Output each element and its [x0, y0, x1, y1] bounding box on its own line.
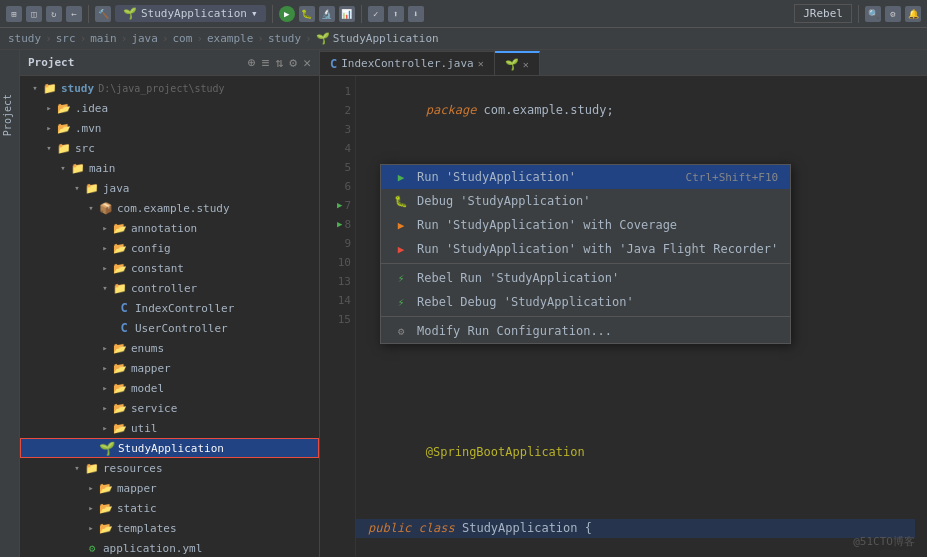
tree-item-static[interactable]: ▸ 📂 static [20, 498, 319, 518]
ctx-item-rebel-run[interactable]: ⚡ Rebel Run 'StudyApplication' [381, 266, 790, 290]
ctx-item-debug[interactable]: 🐛 Debug 'StudyApplication' [381, 189, 790, 213]
tab-close-studyapp[interactable]: ✕ [523, 59, 529, 70]
tree-item-templates[interactable]: ▸ 📂 templates [20, 518, 319, 538]
rebel-debug-icon-ctx: ⚡ [393, 296, 409, 309]
tree-item-resources[interactable]: ▾ 📁 resources [20, 458, 319, 478]
toolbar-debug-btn[interactable]: 🐛 [299, 6, 315, 22]
toolbar-run-green[interactable]: ▶ [279, 6, 295, 22]
watermark: @51CTO博客 [853, 534, 915, 549]
tree-item-service[interactable]: ▸ 📂 service [20, 398, 319, 418]
label-enums: enums [131, 342, 164, 355]
tree-item-study-application[interactable]: 🌱 StudyApplication [20, 438, 319, 458]
bc-studyapp[interactable]: 🌱StudyApplication [316, 32, 439, 45]
bc-src[interactable]: src [56, 32, 76, 45]
tree-item-config[interactable]: ▸ 📂 config [20, 238, 319, 258]
toolbar-icon-back[interactable]: ← [66, 6, 82, 22]
toolbar-sep-1 [88, 5, 89, 23]
arrow-main: ▾ [56, 161, 70, 175]
spring-icon-studyapp: 🌱 [99, 441, 115, 455]
editor-tabs: C IndexController.java ✕ 🌱 ✕ [320, 50, 927, 76]
toolbar-icon-build[interactable]: 🔨 [95, 6, 111, 22]
bc-com[interactable]: com [173, 32, 193, 45]
toolbar-icon-pull[interactable]: ⬇ [408, 6, 424, 22]
tree-item-mvn[interactable]: ▸ 📂 .mvn [20, 118, 319, 138]
ctx-item-rebel-debug[interactable]: ⚡ Rebel Debug 'StudyApplication' [381, 290, 790, 314]
tree-item-constant[interactable]: ▸ 📂 constant [20, 258, 319, 278]
bc-example[interactable]: example [207, 32, 253, 45]
toolbar-icon-commit[interactable]: ✓ [368, 6, 384, 22]
folder-icon-annotation: 📂 [112, 221, 128, 235]
tree-item-com-example-study[interactable]: ▾ 📦 com.example.study [20, 198, 319, 218]
ctx-run-shortcut: Ctrl+Shift+F10 [686, 171, 779, 184]
ctx-item-run[interactable]: ▶ Run 'StudyApplication' Ctrl+Shift+F10 [381, 165, 790, 189]
tree-item-enums[interactable]: ▸ 📂 enums [20, 338, 319, 358]
folder-icon-service: 📂 [112, 401, 128, 415]
tab-java-icon: C [330, 57, 337, 71]
tree-item-util[interactable]: ▸ 📂 util [20, 418, 319, 438]
tree-item-main[interactable]: ▾ 📁 main [20, 158, 319, 178]
project-tree: ▾ 📁 study D:\java_project\study ▸ 📂 .ide… [20, 76, 319, 557]
spring-icon-toolbar: 🌱 [123, 7, 137, 20]
tab-close-index[interactable]: ✕ [478, 58, 484, 69]
toolbar-icon-push[interactable]: ⬆ [388, 6, 404, 22]
toolbar-profile-btn[interactable]: 📊 [339, 6, 355, 22]
toolbar-coverage-btn[interactable]: 🔬 [319, 6, 335, 22]
tree-item-application-yml[interactable]: ⚙ application.yml [20, 538, 319, 557]
bc-main[interactable]: main [90, 32, 117, 45]
panel-icon-close[interactable]: ✕ [303, 55, 311, 70]
ctx-item-modify-config[interactable]: ⚙ Modify Run Configuration... [381, 319, 790, 343]
tree-item-annotation[interactable]: ▸ 📂 annotation [20, 218, 319, 238]
label-mapper-res: mapper [117, 482, 157, 495]
label-templates: templates [117, 522, 177, 535]
label-main: main [89, 162, 116, 175]
tree-item-controller[interactable]: ▾ 📁 controller [20, 278, 319, 298]
tree-item-study-root[interactable]: ▾ 📁 study D:\java_project\study [20, 78, 319, 98]
bc-study[interactable]: study [8, 32, 41, 45]
toolbar-icon-search[interactable]: 🔍 [865, 6, 881, 22]
tab-index-controller[interactable]: C IndexController.java ✕ [320, 51, 495, 75]
tree-item-mapper-res[interactable]: ▸ 📂 mapper [20, 478, 319, 498]
label-annotation: annotation [131, 222, 197, 235]
tree-item-index-controller[interactable]: C IndexController [20, 298, 319, 318]
bc-java[interactable]: java [131, 32, 158, 45]
folder-icon-config: 📂 [112, 241, 128, 255]
app-name-dropdown[interactable]: 🌱 StudyApplication ▾ [115, 5, 266, 22]
arrow-mapper: ▸ [98, 361, 112, 375]
toolbar-icon-1[interactable]: ⊞ [6, 6, 22, 22]
context-menu: ▶ Run 'StudyApplication' Ctrl+Shift+F10 … [380, 164, 791, 344]
panel-icon-locate[interactable]: ⊕ [248, 55, 256, 70]
tree-item-model[interactable]: ▸ 📂 model [20, 378, 319, 398]
ctx-item-run-coverage[interactable]: ▶ Run 'StudyApplication' with Coverage [381, 213, 790, 237]
line-num-10: 10 [324, 253, 351, 272]
debug-icon-ctx: 🐛 [393, 195, 409, 208]
package-icon-ces: 📦 [98, 201, 114, 215]
panel-icon-sort[interactable]: ≡ [262, 55, 270, 70]
toolbar-icon-notification[interactable]: 🔔 [905, 6, 921, 22]
ctx-sep-1 [381, 263, 790, 264]
toolbar-icon-settings[interactable]: ⚙ [885, 6, 901, 22]
project-panel-header: Project ⊕ ≡ ⇅ ⚙ ✕ [20, 50, 319, 76]
bc-study2[interactable]: study [268, 32, 301, 45]
folder-icon-controller: 📁 [112, 281, 128, 295]
line-num-14: 14 [324, 291, 351, 310]
label-static: static [117, 502, 157, 515]
tree-item-mapper[interactable]: ▸ 📂 mapper [20, 358, 319, 378]
side-tab-project[interactable]: Project [0, 90, 15, 140]
tree-item-src[interactable]: ▾ 📁 src [20, 138, 319, 158]
breadcrumb: study › src › main › java › com › exampl… [0, 28, 927, 50]
ctx-item-run-flight[interactable]: ▶ Run 'StudyApplication' with 'Java Flig… [381, 237, 790, 261]
panel-icon-expand[interactable]: ⇅ [276, 55, 284, 70]
tree-item-idea[interactable]: ▸ 📂 .idea [20, 98, 319, 118]
folder-icon-mapper: 📂 [112, 361, 128, 375]
toolbar-icon-refresh[interactable]: ↻ [46, 6, 62, 22]
folder-icon-main: 📁 [70, 161, 86, 175]
tree-item-user-controller[interactable]: C UserController [20, 318, 319, 338]
tab-studyapp[interactable]: 🌱 ✕ [495, 51, 540, 75]
arrow-templates: ▸ [84, 521, 98, 535]
tree-item-java[interactable]: ▾ 📁 java [20, 178, 319, 198]
panel-icon-settings[interactable]: ⚙ [289, 55, 297, 70]
toolbar-icon-2[interactable]: ◫ [26, 6, 42, 22]
dropdown-arrow: ▾ [251, 7, 258, 20]
folder-icon-study: 📁 [42, 81, 58, 95]
label-model: model [131, 382, 164, 395]
